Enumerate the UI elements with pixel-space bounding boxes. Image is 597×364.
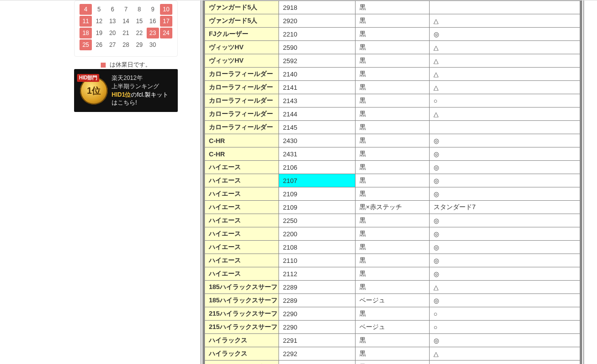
table-cell-c2: 2592 bbox=[279, 54, 356, 68]
calendar-day[interactable]: 11 bbox=[80, 16, 92, 27]
calendar-day[interactable]: 16 bbox=[147, 16, 159, 27]
table-cell-c4: ◎ bbox=[430, 254, 580, 267]
calendar-day bbox=[160, 39, 172, 50]
table-cell-c3: ベージュ bbox=[356, 321, 430, 334]
table-cell-c4 bbox=[430, 121, 580, 134]
table-cell-c1: 215ハイラックスサーフ bbox=[205, 321, 279, 334]
table-cell-c2: 2289 bbox=[279, 294, 356, 307]
table-cell-c2: 2431 bbox=[279, 147, 356, 161]
table-cell-c4: △ bbox=[430, 347, 580, 361]
table-cell-c3: 黒 bbox=[356, 134, 430, 147]
calendar-day[interactable]: 14 bbox=[119, 16, 132, 27]
calendar-day[interactable]: 9 bbox=[147, 4, 159, 15]
calendar-day[interactable]: 6 bbox=[106, 4, 119, 15]
table-cell-c4: ◎ bbox=[430, 267, 580, 281]
calendar-day[interactable]: 17 bbox=[160, 16, 172, 27]
table-cell-c2: 2250 bbox=[279, 214, 356, 227]
table-row: ヴィッツHV2590黒△ bbox=[205, 41, 580, 54]
table-row: ハイラックス2292黒△ bbox=[205, 347, 580, 361]
data-table-wrap: ヴァンガード5人2918黒ヴァンガード5人2920黒△FJクルーザー2210黒◎… bbox=[202, 0, 582, 364]
table-cell-c2: 2140 bbox=[279, 68, 356, 81]
table-row: カローラフィールダー2145黒 bbox=[205, 121, 580, 134]
table-cell-c4: ◎ bbox=[430, 187, 580, 201]
table-cell-c3: 黒 bbox=[356, 241, 430, 254]
table-cell-c4: ◎ bbox=[430, 28, 580, 41]
table-cell-c2: 2145 bbox=[279, 121, 356, 134]
table-cell-c3: 黒×赤ステッチ bbox=[356, 201, 430, 214]
calendar-table: 4567891011121314151617181920212223242526… bbox=[79, 3, 173, 51]
table-cell-c4 bbox=[430, 1, 580, 14]
calendar-day[interactable]: 18 bbox=[80, 28, 92, 38]
banner-line1b: 上半期ランキング bbox=[112, 83, 159, 90]
table-cell-c4: △ bbox=[430, 108, 580, 121]
table-cell-c4: △ bbox=[430, 14, 580, 28]
table-cell-c3: 黒 bbox=[356, 254, 430, 267]
table-row: カローラフィールダー2144黒△ bbox=[205, 108, 580, 121]
table-cell-c1: ハイエース bbox=[205, 227, 279, 241]
calendar-day[interactable]: 22 bbox=[133, 28, 146, 38]
table-cell-c1: 185ハイラックスサーフ bbox=[205, 281, 279, 294]
table-cell-c1: ヴィッツHV bbox=[205, 41, 279, 54]
table-cell-c1: カローラフィールダー bbox=[205, 94, 279, 108]
calendar-day[interactable]: 30 bbox=[147, 39, 159, 50]
table-cell-c4: ◎ bbox=[430, 174, 580, 187]
table-cell-c1: FJクルーザー bbox=[205, 28, 279, 41]
calendar-day[interactable]: 10 bbox=[160, 4, 172, 15]
calendar-day[interactable]: 12 bbox=[93, 16, 105, 27]
calendar-day[interactable]: 8 bbox=[133, 4, 146, 15]
table-cell-c1: 215ハイラックスサーフ bbox=[205, 307, 279, 321]
table-cell-c4: △ bbox=[430, 41, 580, 54]
calendar-day[interactable]: 20 bbox=[106, 28, 119, 38]
table-cell-c2: 2109 bbox=[279, 201, 356, 214]
table-cell-c2: 2291 bbox=[279, 334, 356, 347]
table-cell-c1: C-HR bbox=[205, 134, 279, 147]
table-cell-c3: 黒 bbox=[356, 227, 430, 241]
table-row: ハイエース2109黒◎ bbox=[205, 187, 580, 201]
legend-swatch bbox=[101, 63, 106, 68]
table-cell-c2: 2292 bbox=[279, 347, 356, 361]
calendar-day[interactable]: 23 bbox=[147, 28, 159, 38]
calendar-day[interactable]: 21 bbox=[119, 28, 132, 38]
calendar-day[interactable]: 4 bbox=[80, 4, 92, 15]
table-cell-c4: ○ bbox=[430, 307, 580, 321]
table-cell-c1: カローラフィールダー bbox=[205, 81, 279, 94]
table-cell-c2: 2109 bbox=[279, 187, 356, 201]
table-cell-c1: ハイエース bbox=[205, 241, 279, 254]
calendar-day[interactable]: 28 bbox=[119, 39, 132, 50]
table-cell-c4: △ bbox=[430, 81, 580, 94]
table-row: ハイエース2107黒◎ bbox=[205, 174, 580, 187]
table-cell-c1: ハイエース bbox=[205, 187, 279, 201]
table-cell-c3: 黒 bbox=[356, 1, 430, 14]
table-cell-c1: ハイエース bbox=[205, 161, 279, 174]
calendar-day[interactable]: 19 bbox=[93, 28, 105, 38]
table-cell-c3: 黒 bbox=[356, 187, 430, 201]
product-table: ヴァンガード5人2918黒ヴァンガード5人2920黒△FJクルーザー2210黒◎… bbox=[204, 0, 580, 364]
table-cell-c4: △ bbox=[430, 281, 580, 294]
table-cell-c1: ハイエース bbox=[205, 267, 279, 281]
table-row: ヴァンガード5人2918黒 bbox=[205, 1, 580, 14]
calendar-day[interactable]: 24 bbox=[160, 28, 172, 38]
table-cell-c2: 2290 bbox=[279, 307, 356, 321]
calendar-day[interactable]: 7 bbox=[119, 4, 132, 15]
calendar-day[interactable]: 29 bbox=[133, 39, 146, 50]
calendar-day[interactable]: 26 bbox=[93, 39, 105, 50]
table-row: 185ハイラックスサーフ2289ベージュ◎ bbox=[205, 294, 580, 307]
table-cell-c4: ◎ bbox=[430, 214, 580, 227]
calendar-day[interactable]: 13 bbox=[106, 16, 119, 27]
calendar-day[interactable]: 25 bbox=[80, 39, 92, 50]
calendar-day[interactable]: 5 bbox=[93, 4, 105, 15]
table-cell-c2: 2108 bbox=[279, 241, 356, 254]
table-cell-c1: ヴァンガード5人 bbox=[205, 1, 279, 14]
table-row: ハイエース2110黒◎ bbox=[205, 254, 580, 267]
table-cell-c1: C-HR bbox=[205, 147, 279, 161]
table-row: 215ハイラックスサーフ2290黒○ bbox=[205, 307, 580, 321]
calendar-day[interactable]: 27 bbox=[106, 39, 119, 50]
table-row: ハイエース2112黒◎ bbox=[205, 267, 580, 281]
promo-banner[interactable]: 1位 HID部門 楽天2012年 上半期ランキング HID1位のfcl.製キット… bbox=[74, 69, 178, 112]
legend-text: は休業日です。 bbox=[110, 61, 151, 68]
calendar-day[interactable]: 15 bbox=[133, 16, 146, 27]
table-cell-c1: カローラフィールダー bbox=[205, 108, 279, 121]
rank-badge-icon: 1位 HID部門 bbox=[80, 77, 108, 105]
table-cell-c2: 2106 bbox=[279, 161, 356, 174]
table-cell-c3: 黒 bbox=[356, 14, 430, 28]
